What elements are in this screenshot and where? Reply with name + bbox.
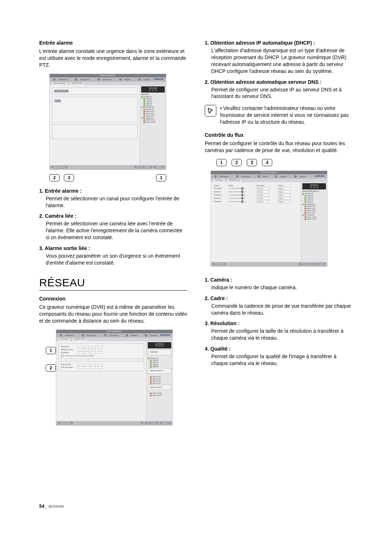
- flux-subhead: Contrôle du flux: [205, 132, 353, 138]
- dvr-tabs: Webviewer Enregistreur Evènement Réseau …: [50, 77, 166, 82]
- clock: 2007/09/10 11 : 44 : 20: [148, 342, 171, 349]
- callout-2: 2: [232, 159, 242, 166]
- brand-logo: SAMSUNG: [315, 175, 325, 177]
- dvr-subtabs: Connexion Contrôle du flux: [211, 179, 327, 182]
- brand-logo: SAMSUNG: [154, 78, 164, 80]
- note-icon: [205, 105, 216, 116]
- ok-button[interactable]: OK: [299, 263, 306, 265]
- item-title: 1. Obtention adresse IP automatique (DHC…: [205, 40, 353, 46]
- page-footer: 54_ annexe: [39, 503, 64, 509]
- ok-button[interactable]: OK: [141, 422, 148, 424]
- cancel-button[interactable]: Annuler: [142, 166, 152, 168]
- item-body: Indique le numéro de chaque caméra.: [205, 284, 353, 291]
- item-title: 1. Caméra :: [205, 277, 353, 283]
- item-title: 1. Entrée alarme :: [39, 188, 187, 194]
- alarm-subhead: Entrée alarme: [39, 40, 187, 46]
- apply-button[interactable]: Appliquer: [153, 166, 164, 168]
- item-title: 2. Cadre :: [205, 295, 353, 301]
- callout-1: 1: [156, 174, 166, 181]
- alarm-intro: L'entrée alarme constate une urgence dan…: [39, 48, 187, 69]
- note-text: Veuillez contacter l'administrateur rése…: [220, 105, 353, 126]
- callout-4: 4: [262, 159, 272, 166]
- cancel-button[interactable]: Annuler: [148, 422, 159, 424]
- clock: 2007/09/10 13 : 40 : 54: [302, 183, 326, 190]
- connexion-subhead: Connexion: [39, 296, 187, 302]
- alarm-in-select[interactable]: [54, 90, 69, 93]
- dvr-flux-figure: 1 2 3 4 SAMSUNG SHR-5040/5042 Webviewer …: [211, 159, 342, 267]
- dvr-net-window: SAMSUNG SHR-5040/5042 Webviewer Enregist…: [56, 330, 173, 426]
- item-body: Permet de sélectionner une caméra liée a…: [39, 220, 187, 241]
- footer-label: DVR Setting: [212, 263, 226, 265]
- dvr-tabs: Webviewer Enregistrer Event Network Syst…: [211, 174, 327, 179]
- item-body: Permet de configurer une adresse IP au s…: [205, 86, 353, 100]
- cam-checkbox[interactable]: [54, 99, 61, 102]
- alarm-callouts: 2 3 1: [49, 174, 166, 181]
- item-body: Permet de configurer la taille de la rés…: [205, 328, 353, 341]
- note-block: Veuillez contacter l'administrateur rése…: [205, 105, 353, 126]
- flux-callouts: 1 2 3 4: [216, 159, 342, 166]
- dvr-alarm-figure: SAMSUNG SHR-5040/5042 Webviewer Enregist…: [39, 74, 187, 170]
- dvr-subtabs: Alarme-In Setup Alarme-Hr Detp: [50, 82, 166, 85]
- dvr-titlebar: SHR-5040/5042: [211, 171, 327, 174]
- item-title: 2. Caméra liée :: [39, 213, 187, 219]
- callout-3: 3: [247, 159, 257, 166]
- item-title: 3. Résolution :: [205, 320, 353, 326]
- callout-1: 1: [46, 347, 56, 354]
- section-reseau: RÉSEAU: [39, 277, 187, 291]
- item-body: Permet de configurer la qualité de l'ima…: [205, 353, 353, 367]
- clock: 2007/09/08 11 : 44 : 34: [141, 86, 165, 93]
- footer-label: Network Setup: [58, 422, 73, 424]
- apply-button[interactable]: Appliquer: [160, 422, 171, 424]
- dvr-tabs: Webviewer Enregistreur Evènement Réseau …: [56, 333, 172, 338]
- footer-label: Alarme-In Setup: [51, 166, 68, 168]
- callout-1: 1: [216, 159, 226, 166]
- flux-body: Permet de configurer le contrôle du flux…: [205, 140, 353, 154]
- callout-2: 2: [49, 174, 60, 181]
- dvr-network-figure: 1 2 SAMSUNG SHR-5040/5042 Webviewer Enre…: [49, 330, 176, 426]
- item-title: 3. Alarme sortie liée :: [39, 245, 187, 251]
- dvr-subtabs: Connexion Contrôle du flux: [56, 338, 172, 341]
- ok-button[interactable]: OK: [134, 166, 141, 168]
- item-body: Commande la cadence de prise de vue tran…: [205, 303, 353, 316]
- dvr-flux-window: SAMSUNG SHR-5040/5042 Webviewer Enregist…: [211, 171, 327, 267]
- item-title: 4. Qualité :: [205, 346, 353, 352]
- item-body: L'affectation d'adresse dynamique est un…: [205, 47, 353, 75]
- callout-3: 3: [64, 174, 74, 181]
- dvr-titlebar: SHR-5040/5042: [50, 74, 166, 77]
- dvr-titlebar: SHR-5040/5042: [56, 330, 172, 333]
- callout-2: 2: [46, 364, 56, 372]
- connexion-body: Ce graveur numérique (DVR) est à même de…: [39, 304, 187, 324]
- cancel-button[interactable]: Cancel: [307, 263, 316, 265]
- apply-button[interactable]: Apply: [317, 263, 326, 265]
- brand-logo: SAMSUNG: [160, 334, 170, 336]
- item-body: Permet de sélectionner un canal pour con…: [39, 195, 187, 209]
- dvr-alarm-window: SAMSUNG SHR-5040/5042 Webviewer Enregist…: [49, 74, 166, 170]
- item-title: 2. Obtention adresse automatique serveur…: [205, 79, 353, 85]
- item-body: Vous pouvez paramétrer un son d'urgence …: [39, 253, 187, 266]
